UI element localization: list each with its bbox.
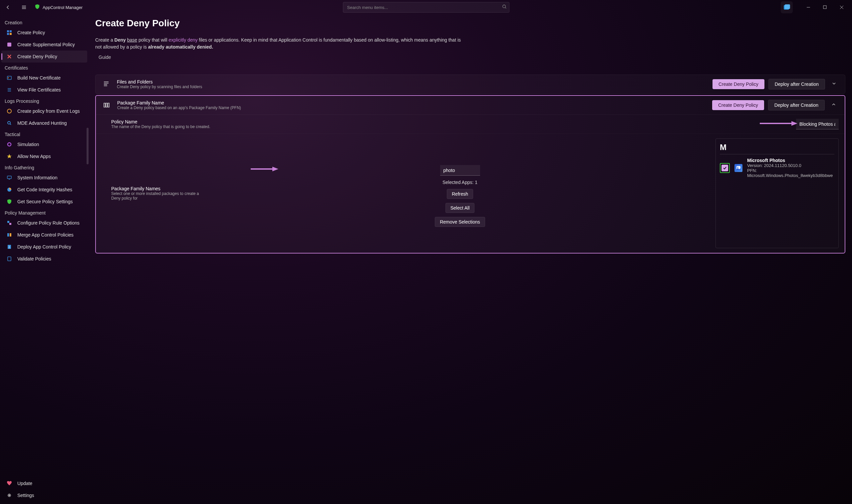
sidebar-item-validate[interactable]: Validate Policies [1, 253, 87, 265]
svg-marker-30 [272, 167, 278, 171]
monitor-icon [6, 174, 13, 181]
guide-link[interactable]: Guide [95, 53, 114, 61]
create-deny-button[interactable]: Create Deny Policy [713, 79, 764, 89]
sidebar-item-build-cert[interactable]: Build New Certificate [1, 72, 87, 84]
svg-point-11 [7, 109, 11, 113]
svg-point-0 [502, 5, 505, 8]
merge-icon [6, 232, 13, 238]
annotation-highlight [720, 163, 730, 173]
shield-check-icon [6, 198, 13, 205]
pie-icon [6, 186, 13, 193]
apps-list: M Mi [715, 138, 839, 248]
page-description: Create a Deny base policy that will expl… [95, 37, 462, 51]
deploy-icon [6, 244, 13, 250]
sidebar-item-label: Validate Policies [17, 256, 51, 262]
app-pfn: PFN: Microsoft.Windows.Photos_8wekyb3d8b… [747, 168, 834, 178]
sidebar-item-event-logs[interactable]: Create policy from Event Logs [1, 105, 87, 117]
puzzle-icon [6, 219, 13, 226]
sidebar-item-secure-policy[interactable]: Get Secure Policy Settings [1, 196, 87, 208]
create-deny-button[interactable]: Create Deny Policy [712, 100, 764, 110]
app-icon [734, 164, 743, 172]
event-log-icon [6, 108, 13, 114]
svg-rect-16 [7, 221, 9, 223]
sidebar-item-label: Create Deny Policy [17, 54, 57, 59]
sidebar-section-tactical: Tactical [0, 129, 89, 138]
sidebar-section-policy-mgmt: Policy Management [0, 208, 89, 217]
sidebar-item-simulation[interactable]: Simulation [1, 138, 87, 150]
sidebar-item-allow-new[interactable]: Allow New Apps [1, 150, 87, 162]
search-input[interactable] [343, 2, 509, 13]
expander-pfn: Package Family Name Create a Deny policy… [95, 95, 845, 253]
app-name: Microsoft Photos [747, 158, 834, 163]
sidebar-item-update[interactable]: Update [1, 478, 87, 489]
svg-rect-17 [9, 223, 11, 225]
back-button[interactable] [3, 2, 13, 13]
app-row[interactable]: Microsoft Photos Version: 2024.11120.501… [720, 158, 834, 178]
deploy-after-button[interactable]: Deploy after Creation [768, 100, 825, 110]
package-icon [102, 101, 111, 110]
sidebar-item-label: Settings [17, 493, 34, 498]
shield-icon [35, 4, 40, 11]
filter-input[interactable] [440, 165, 480, 176]
chevron-up-icon[interactable] [829, 102, 839, 108]
svg-rect-6 [7, 33, 9, 35]
policy-name-title: Policy Name [111, 119, 790, 124]
annotation-arrow-icon [249, 166, 279, 172]
sidebar-item-sys-info[interactable]: System Information [1, 172, 87, 184]
deny-icon [6, 53, 13, 60]
sidebar-item-create-deny[interactable]: Create Deny Policy [1, 51, 87, 62]
sidebar-item-rule-options[interactable]: Configure Policy Rule Options [1, 217, 87, 229]
sidebar-item-label: Merge App Control Policies [17, 232, 74, 237]
heart-icon [6, 480, 13, 487]
select-all-button[interactable]: Select All [446, 203, 475, 213]
supplemental-icon [6, 41, 13, 48]
svg-rect-21 [8, 257, 11, 261]
refresh-button[interactable]: Refresh [447, 189, 473, 199]
expander-files-folders: Files and Folders Create Deny policy by … [95, 74, 845, 94]
svg-rect-25 [106, 103, 107, 107]
svg-rect-26 [108, 103, 109, 107]
explicitly-deny-link[interactable]: explicitly deny [169, 37, 197, 42]
sidebar-item-create-supplemental[interactable]: Create Supplemental Policy [1, 39, 87, 51]
chevron-down-icon[interactable] [829, 81, 839, 87]
sidebar-section-creation: Creation [0, 17, 89, 26]
grid-icon [6, 29, 13, 36]
search-icon [502, 4, 507, 10]
app-checkbox[interactable] [721, 165, 728, 171]
minimize-icon [806, 5, 811, 9]
copilot-icon [783, 3, 791, 11]
deploy-after-button[interactable]: Deploy after Creation [768, 79, 825, 89]
sidebar-item-label: View File Certificates [17, 87, 60, 92]
sidebar-item-label: MDE Advanced Hunting [17, 121, 67, 126]
close-button[interactable] [834, 2, 849, 13]
remove-selections-button[interactable]: Remove Selections [435, 217, 485, 227]
svg-rect-24 [104, 103, 105, 107]
sidebar-section-certificates: Certificates [0, 62, 89, 72]
pfn-names-title: Package Family Names [111, 186, 205, 191]
sidebar-item-mde-hunting[interactable]: MDE Advanced Hunting [1, 117, 87, 129]
hamburger-button[interactable] [19, 2, 29, 13]
sidebar-item-settings[interactable]: Settings [1, 489, 87, 501]
svg-rect-14 [7, 176, 11, 179]
policy-name-input[interactable] [796, 119, 839, 129]
selected-count: Selected Apps: 1 [442, 180, 477, 185]
expander-title: Package Family Name [117, 100, 706, 106]
expander-title: Files and Folders [117, 79, 707, 85]
sidebar-item-label: Update [17, 481, 32, 486]
copilot-button[interactable] [781, 1, 793, 13]
sidebar-item-label: Create policy from Event Logs [17, 108, 80, 114]
maximize-icon [823, 5, 827, 9]
svg-point-13 [8, 143, 11, 146]
minimize-button[interactable] [801, 2, 816, 13]
sidebar-item-label: Allow New Apps [17, 154, 51, 159]
files-icon [102, 79, 111, 89]
sidebar-item-deploy[interactable]: Deploy App Control Policy [1, 241, 87, 253]
sidebar-item-label: Create Supplemental Policy [17, 42, 75, 47]
svg-rect-18 [7, 233, 9, 236]
sidebar-item-code-integrity[interactable]: Get Code Integrity Hashes [1, 184, 87, 196]
expander-subtitle: Create a Deny policy based on an app's P… [117, 106, 706, 110]
maximize-button[interactable] [817, 2, 833, 13]
sidebar-item-view-certs[interactable]: View File Certificates [1, 84, 87, 96]
sidebar-item-create-policy[interactable]: Create Policy [1, 26, 87, 39]
sidebar-item-merge[interactable]: Merge App Control Policies [1, 229, 87, 241]
